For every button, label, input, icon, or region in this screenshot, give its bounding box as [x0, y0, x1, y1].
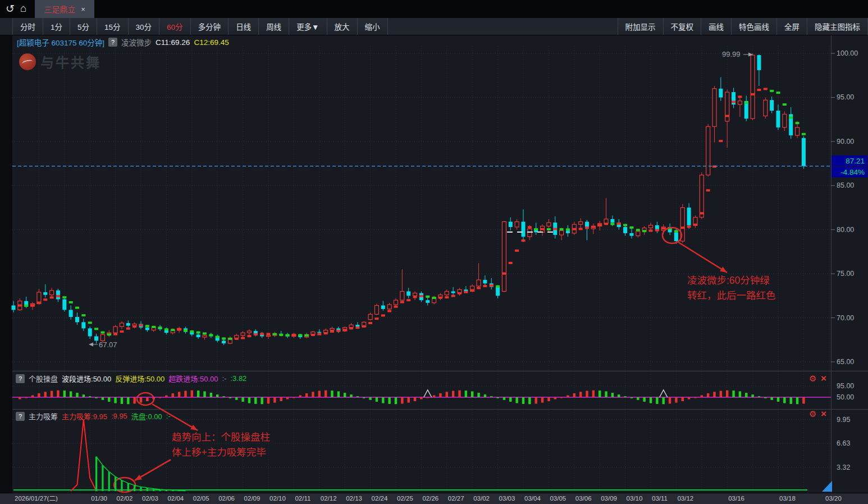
annotation-note-lingbo: 凌波微步:60分钟绿 转红，此后一路红色	[687, 273, 776, 303]
panel2-value-2: :9.95	[111, 412, 127, 420]
toolbar-button-right-1[interactable]: 不复权	[664, 18, 702, 35]
toolbar-button-left-0[interactable]: 分时	[12, 18, 43, 35]
instrument-info-bar: [超颖电子 603175 60分钟] ? 凌波微步 C11:69.26 C12:…	[17, 37, 229, 48]
back-icon[interactable]: ↺	[6, 2, 15, 15]
toolbar-button-right-5[interactable]: 隐藏主图指标	[807, 18, 868, 35]
panel2-header: ? 主力吸筹 主力吸筹:9.95 :9.95 洗盘:0.00 :-	[16, 411, 171, 421]
panel1-value-1: 波段进场:50.00	[62, 373, 111, 384]
help-icon[interactable]: ?	[16, 412, 25, 421]
app-window: ↺ ⌂ 三足鼎立 × 分时1分5分15分30分60分多分钟日线周线更多▼放大缩小…	[0, 0, 868, 504]
panel1-value-2: 反弹进场:50.00	[115, 373, 165, 384]
toolbar-button-right-0[interactable]: 附加显示	[618, 18, 664, 35]
period-buttons: 分时1分5分15分30分60分多分钟日线周线更多▼放大缩小	[12, 18, 388, 35]
panel1-header: ? 个股操盘 波段进场:50.00 反弹进场:50.00 超跌进场:50.00 …	[16, 373, 246, 384]
price-axis-area	[831, 35, 868, 493]
panel2-value-4: :-	[166, 412, 171, 420]
main-chart-area	[12, 35, 831, 493]
toolbar-button-left-1[interactable]: 1分	[43, 18, 70, 35]
panel1-value-3: 超跌进场:50.00	[168, 373, 218, 384]
panel1-value-5: :3.82	[230, 374, 246, 383]
panel2-value-3: 洗盘:0.00	[131, 411, 162, 421]
toolbar-button-right-3[interactable]: 特色画线	[732, 18, 777, 35]
toolbar-button-left-4[interactable]: 30分	[129, 18, 160, 35]
c12-value: C12:69.45	[194, 38, 229, 47]
toolbar-button-left-6[interactable]: 多分钟	[191, 18, 229, 35]
home-icon[interactable]: ⌂	[20, 2, 26, 15]
panel1-name: 个股操盘	[29, 373, 58, 384]
panel2-close-icon[interactable]: ×	[821, 409, 826, 419]
panel-separator	[12, 409, 868, 410]
toolbar-button-left-11[interactable]: 缩小	[358, 18, 388, 35]
toolbar-button-right-4[interactable]: 全屏	[777, 18, 807, 35]
document-tab[interactable]: 三足鼎立 ×	[35, 0, 94, 18]
toolbar-button-left-5[interactable]: 60分	[159, 18, 191, 35]
annotation-note-trend-line2: 体上移+主力吸筹完毕	[172, 445, 270, 460]
window-titlebar: ↺ ⌂ 三足鼎立 ×	[0, 0, 868, 18]
annotation-note-lingbo-line2: 转红，此后一路红色	[687, 288, 776, 303]
annotation-note-trend-line1: 趋势向上：个股操盘柱	[172, 430, 270, 445]
help-icon[interactable]: ?	[108, 38, 117, 47]
panel2-name: 主力吸筹	[29, 411, 58, 421]
toolbar-button-right-2[interactable]: 画线	[701, 18, 732, 35]
panel1-value-4: :-	[222, 374, 226, 383]
toolbar-button-left-10[interactable]: 放大	[327, 18, 358, 35]
bull-logo-icon	[19, 53, 36, 70]
toolbar-button-left-3[interactable]: 15分	[97, 18, 129, 35]
document-tab-title: 三足鼎立	[44, 3, 75, 15]
panel2-settings-gear-icon[interactable]: ⚙	[809, 410, 816, 418]
toolbar-button-left-7[interactable]: 日线	[229, 18, 259, 35]
annotation-note-trend: 趋势向上：个股操盘柱 体上移+主力吸筹完毕	[172, 430, 270, 460]
c11-value: C11:69.26	[156, 38, 190, 47]
annotation-note-lingbo-line1: 凌波微步:60分钟绿	[687, 273, 776, 288]
toolbar: 分时1分5分15分30分60分多分钟日线周线更多▼放大缩小 附加显示不复权画线特…	[0, 18, 868, 35]
toolbar-button-left-9[interactable]: 更多▼	[289, 18, 327, 35]
date-axis-row	[0, 493, 868, 504]
panel1-close-icon[interactable]: ×	[821, 374, 826, 383]
panel-separator	[12, 371, 868, 371]
panel1-settings-gear-icon[interactable]: ⚙	[809, 374, 816, 383]
toolbar-button-left-2[interactable]: 5分	[70, 18, 97, 35]
watermark-text: 与牛共舞	[40, 52, 101, 71]
instrument-label: [超颖电子 603175 60分钟]	[17, 37, 104, 48]
tab-close-icon[interactable]: ×	[81, 5, 85, 13]
panel2-value-1: 主力吸筹:9.95	[62, 411, 107, 421]
watermark: 与牛共舞	[19, 52, 101, 71]
left-sidebar	[0, 35, 12, 493]
chart-tool-buttons: 附加显示不复权画线特色画线全屏隐藏主图指标	[618, 18, 868, 35]
help-icon[interactable]: ?	[16, 374, 25, 383]
overlay-indicator-name: 凌波微步	[121, 37, 152, 48]
toolbar-button-left-8[interactable]: 周线	[259, 18, 289, 35]
